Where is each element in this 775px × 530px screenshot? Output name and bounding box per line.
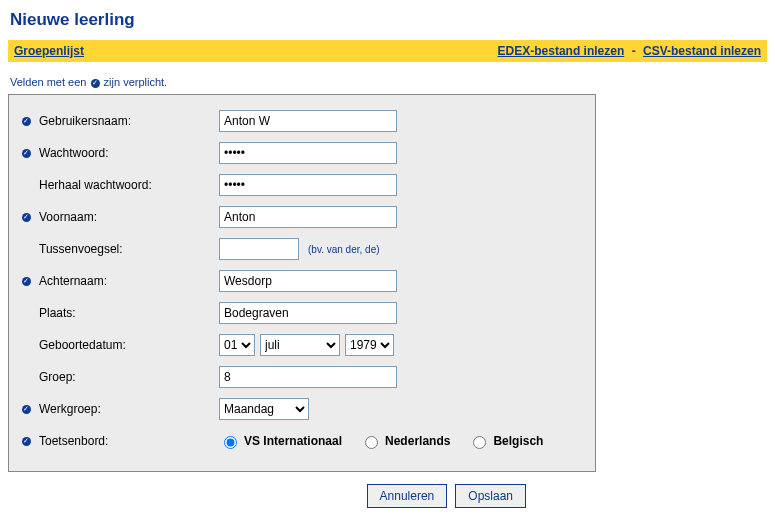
geboortedatum-label: Geboortedatum: bbox=[39, 338, 126, 352]
achternaam-label: Achternaam: bbox=[39, 274, 107, 288]
tussenvoegsel-hint: (bv. van der, de) bbox=[308, 244, 380, 255]
required-icon bbox=[91, 79, 100, 88]
geboortedatum-dag-select[interactable]: 01 bbox=[219, 334, 255, 356]
action-bar: Groepenlijst EDEX-bestand inlezen - CSV-… bbox=[8, 40, 767, 62]
voornaam-label: Voornaam: bbox=[39, 210, 97, 224]
voornaam-input[interactable] bbox=[219, 206, 397, 228]
toetsenbord-label: Toetsenbord: bbox=[39, 434, 108, 448]
required-icon bbox=[22, 149, 31, 158]
achternaam-input[interactable] bbox=[219, 270, 397, 292]
edex-inlezen-link[interactable]: EDEX-bestand inlezen bbox=[498, 44, 625, 58]
geboortedatum-maand-select[interactable]: juli bbox=[260, 334, 340, 356]
groep-label: Groep: bbox=[39, 370, 76, 384]
required-icon bbox=[22, 117, 31, 126]
wachtwoord-label: Wachtwoord: bbox=[39, 146, 109, 160]
form-panel: Gebruikersnaam: Wachtwoord: Herhaal wach… bbox=[8, 94, 596, 472]
geboortedatum-jaar-select[interactable]: 1979 bbox=[345, 334, 394, 356]
required-icon bbox=[22, 437, 31, 446]
wachtwoord-input[interactable] bbox=[219, 142, 397, 164]
toetsenbord-radio-group: VS Internationaal Nederlands Belgisch bbox=[219, 431, 543, 451]
required-fields-note: Velden met een zijn verplicht. bbox=[10, 76, 767, 88]
page-title: Nieuwe leerling bbox=[10, 10, 767, 30]
csv-inlezen-link[interactable]: CSV-bestand inlezen bbox=[643, 44, 761, 58]
groepenlijst-link[interactable]: Groepenlijst bbox=[14, 44, 84, 58]
toetsenbord-radio-nl[interactable] bbox=[365, 436, 378, 449]
toetsenbord-radio-be[interactable] bbox=[473, 436, 486, 449]
tussenvoegsel-input[interactable] bbox=[219, 238, 299, 260]
gebruikersnaam-label: Gebruikersnaam: bbox=[39, 114, 131, 128]
save-button[interactable]: Opslaan bbox=[455, 484, 526, 508]
herhaal-wachtwoord-input[interactable] bbox=[219, 174, 397, 196]
tussenvoegsel-label: Tussenvoegsel: bbox=[39, 242, 123, 256]
topbar-separator: - bbox=[632, 44, 636, 58]
toetsenbord-option-nl[interactable]: Nederlands bbox=[360, 433, 450, 449]
herhaal-wachtwoord-label: Herhaal wachtwoord: bbox=[39, 178, 152, 192]
required-icon bbox=[22, 213, 31, 222]
required-icon bbox=[22, 405, 31, 414]
toetsenbord-radio-vs[interactable] bbox=[224, 436, 237, 449]
plaats-label: Plaats: bbox=[39, 306, 76, 320]
plaats-input[interactable] bbox=[219, 302, 397, 324]
required-icon bbox=[22, 277, 31, 286]
cancel-button[interactable]: Annuleren bbox=[367, 484, 448, 508]
toetsenbord-option-vs[interactable]: VS Internationaal bbox=[219, 433, 342, 449]
button-row: Annuleren Opslaan bbox=[8, 484, 596, 508]
gebruikersnaam-input[interactable] bbox=[219, 110, 397, 132]
werkgroep-select[interactable]: Maandag bbox=[219, 398, 309, 420]
werkgroep-label: Werkgroep: bbox=[39, 402, 101, 416]
groep-input[interactable] bbox=[219, 366, 397, 388]
toetsenbord-option-be[interactable]: Belgisch bbox=[468, 433, 543, 449]
